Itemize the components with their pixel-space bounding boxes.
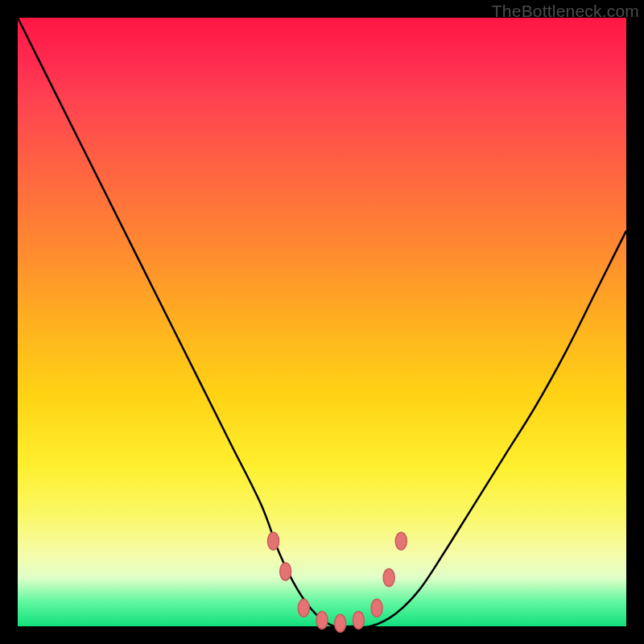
plot-area	[18, 18, 626, 626]
curve-marker	[353, 611, 364, 629]
curve-marker	[371, 599, 382, 617]
curve-marker	[395, 532, 407, 550]
bottleneck-curve-path	[18, 18, 626, 627]
curve-marker	[335, 614, 346, 632]
bottleneck-curve-svg	[18, 18, 626, 626]
curve-marker	[316, 611, 328, 629]
curve-marker	[280, 563, 291, 580]
curve-marker	[268, 532, 279, 550]
curve-markers-group	[268, 532, 407, 632]
curve-marker	[383, 569, 394, 587]
chart-frame: TheBottleneck.com	[0, 0, 644, 644]
curve-marker	[298, 599, 309, 617]
